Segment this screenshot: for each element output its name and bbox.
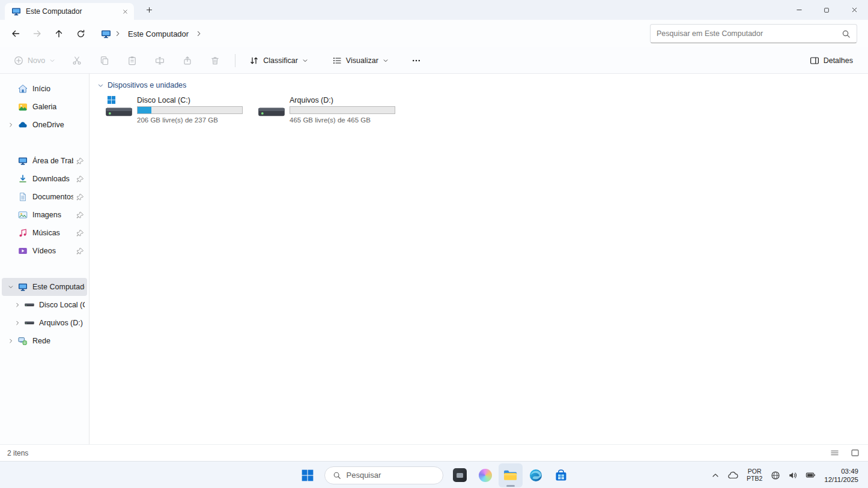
sort-icon (249, 56, 259, 65)
system-tray: POR PTB2 03:49 12/11/2025 (708, 462, 863, 488)
drive-d-item[interactable]: Arquivos (D:) 465 GB livre(s) de 465 GB (255, 94, 398, 125)
expand-chevron[interactable] (13, 301, 22, 309)
refresh-button[interactable] (70, 23, 91, 44)
up-icon (54, 29, 64, 38)
pictures-icon (18, 210, 28, 220)
collapse-chevron[interactable] (7, 283, 15, 291)
up-button[interactable] (48, 23, 70, 44)
tray-overflow-button[interactable] (708, 465, 723, 486)
copy-icon (100, 56, 109, 65)
sidebar-item-videos[interactable]: Vídeos (2, 242, 87, 260)
expand-chevron[interactable] (7, 121, 15, 129)
status-bar: 2 itens (0, 444, 868, 461)
start-button[interactable] (296, 463, 320, 487)
clock[interactable]: 03:49 12/11/2025 (821, 467, 863, 484)
drive-free-space: 465 GB livre(s) de 465 GB (290, 116, 396, 124)
new-button[interactable]: Novo (8, 51, 61, 70)
tab-bar: Este Computador (0, 0, 868, 20)
details-pane-button[interactable]: Detalhes (804, 51, 858, 70)
edge-button[interactable] (524, 463, 548, 487)
language-indicator[interactable]: POR PTB2 (743, 468, 766, 482)
sidebar-item-imagens[interactable]: Imagens (2, 206, 87, 224)
toolbar-separator (235, 54, 235, 67)
document-icon (18, 192, 28, 202)
copilot-button[interactable] (473, 463, 497, 487)
expand-chevron[interactable] (13, 319, 22, 327)
battery-icon (806, 470, 816, 480)
capacity-bar-fill (138, 107, 151, 113)
maximize-button[interactable] (813, 0, 840, 20)
taskbar-search[interactable]: Pesquisar (324, 466, 443, 484)
forward-button[interactable] (26, 23, 48, 44)
back-button[interactable] (5, 23, 26, 44)
group-collapse-chevron[interactable] (97, 82, 104, 89)
copy-button[interactable] (93, 51, 116, 70)
file-explorer-window: Este Computador Este Computador (0, 0, 868, 461)
globe-icon (771, 471, 780, 480)
drive-c-info: Disco Local (C:) 206 GB livre(s) de 237 … (137, 95, 243, 124)
sidebar-item-rede[interactable]: Rede (2, 332, 87, 350)
taskbar-dark-app-button[interactable] (448, 463, 472, 487)
close-button[interactable] (840, 0, 868, 20)
explorer-tab[interactable]: Este Computador (5, 3, 134, 20)
date-label: 12/11/2025 (824, 475, 858, 484)
sidebar-item-disco-local-c[interactable]: Disco Local (C:) (2, 296, 87, 314)
minimize-button[interactable] (785, 0, 813, 20)
sidebar-spacer (0, 134, 89, 152)
gallery-icon (18, 102, 28, 112)
this-pc-icon (18, 282, 28, 292)
chevron-right-icon (14, 320, 20, 326)
volume-button[interactable] (785, 465, 801, 486)
cut-button[interactable] (65, 51, 88, 70)
thumbnail-view-toggle[interactable] (849, 447, 861, 459)
navigation-bar: Este Computador (0, 20, 868, 47)
battery-button[interactable] (803, 465, 819, 486)
search-input[interactable] (657, 29, 837, 38)
sidebar-item-documentos[interactable]: Documentos (2, 188, 87, 206)
pin-icon (76, 175, 84, 183)
close-icon (122, 8, 129, 15)
breadcrumb: Este Computador (101, 27, 650, 41)
expand-chevron[interactable] (7, 337, 15, 345)
pin-icon (76, 157, 84, 165)
more-options-button[interactable] (405, 51, 428, 70)
rename-button[interactable] (148, 51, 171, 70)
onedrive-tray-button[interactable] (724, 465, 741, 486)
sidebar-item-este-computador[interactable]: Este Computador (2, 278, 87, 296)
windows-start-icon (301, 469, 314, 482)
group-header-devices-and-drives[interactable]: Dispositivos e unidades (97, 79, 868, 91)
search-box[interactable] (650, 24, 857, 43)
breadcrumb-this-pc[interactable]: Este Computador (124, 27, 192, 41)
chevron-right-icon (8, 338, 14, 344)
sidebar-item-arquivos-d[interactable]: Arquivos (D:) (2, 314, 87, 332)
share-button[interactable] (176, 51, 199, 70)
paste-button[interactable] (121, 51, 144, 70)
new-tab-button[interactable] (140, 1, 158, 19)
sidebar-item-musicas[interactable]: Músicas (2, 224, 87, 242)
view-button[interactable]: Visualizar (327, 51, 394, 70)
sidebar-item-downloads[interactable]: Downloads (2, 170, 87, 188)
drive-c-item[interactable]: Disco Local (C:) 206 GB livre(s) de 237 … (103, 94, 246, 125)
sidebar-item-galeria[interactable]: Galeria (2, 98, 87, 116)
details-view-toggle[interactable] (828, 447, 840, 459)
home-icon (18, 84, 28, 94)
file-explorer-button[interactable] (499, 463, 523, 487)
network-button[interactable] (768, 465, 783, 486)
chevron-up-icon (711, 471, 720, 480)
onedrive-cloud-icon (18, 120, 28, 130)
drive-icon (25, 320, 34, 326)
sidebar-item-onedrive[interactable]: OneDrive (2, 116, 87, 134)
delete-button[interactable] (204, 51, 226, 70)
sort-button[interactable]: Classificar (244, 51, 314, 70)
search-icon (333, 471, 341, 480)
sidebar-item-area-de-trabalho[interactable]: Área de Trabalho (2, 152, 87, 170)
new-item-icon (14, 56, 23, 65)
pin-icon (76, 247, 84, 255)
store-button[interactable] (549, 463, 573, 487)
drive-name: Arquivos (D:) (290, 96, 396, 104)
tab-close-button[interactable] (119, 5, 131, 17)
capacity-bar (290, 106, 395, 114)
chevron-down-icon (383, 58, 389, 64)
search-icon (842, 29, 851, 38)
sidebar-item-inicio[interactable]: Início (2, 80, 87, 98)
